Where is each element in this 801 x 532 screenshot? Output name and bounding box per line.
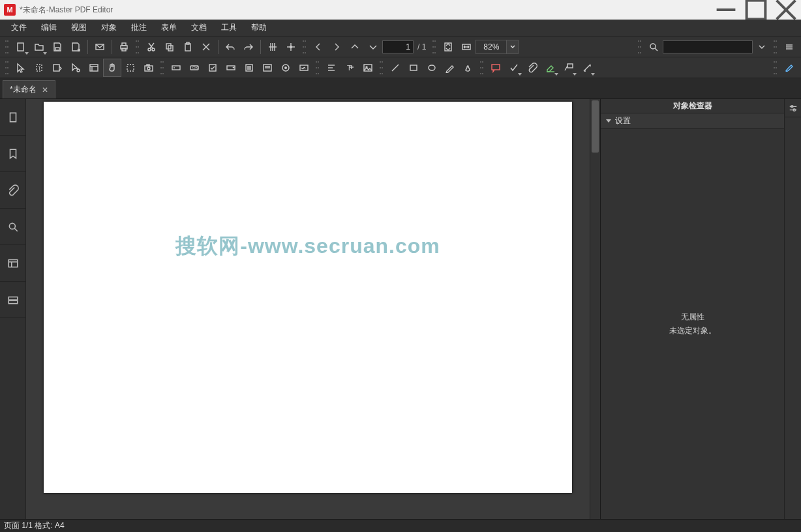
prev-page-button[interactable] xyxy=(309,38,327,56)
page-up-button[interactable] xyxy=(346,38,364,56)
comment-tool-button[interactable] xyxy=(487,59,505,77)
next-page-button[interactable] xyxy=(327,38,346,56)
hand-tool-button[interactable] xyxy=(103,59,121,77)
toolbar-grip[interactable] xyxy=(774,40,778,53)
highlight-tool-button[interactable] xyxy=(541,59,560,77)
insert-image-button[interactable] xyxy=(359,59,377,77)
select-tool-button[interactable] xyxy=(12,59,30,77)
ink-tool-button[interactable] xyxy=(459,59,477,77)
attach-tool-button[interactable] xyxy=(523,59,541,77)
menu-object[interactable]: 对象 xyxy=(94,20,124,35)
tab-close-icon[interactable]: ✕ xyxy=(42,85,48,95)
menu-help[interactable]: 帮助 xyxy=(244,20,274,35)
svg-rect-4 xyxy=(18,43,23,51)
grid-button[interactable] xyxy=(264,38,282,56)
undo-button[interactable] xyxy=(221,38,239,56)
document-tab[interactable]: *未命名 ✕ xyxy=(3,80,55,98)
save-as-button[interactable] xyxy=(67,38,85,56)
toolbar-grip[interactable] xyxy=(5,40,9,53)
search-panel-button[interactable] xyxy=(0,209,25,245)
page-down-button[interactable] xyxy=(364,38,382,56)
toolbar-grip[interactable] xyxy=(316,61,320,74)
menu-tools[interactable]: 工具 xyxy=(214,20,244,35)
toolbar-grip[interactable] xyxy=(432,40,436,53)
edit-object-button[interactable] xyxy=(67,59,85,77)
zoom-combo[interactable]: 82% xyxy=(476,40,519,54)
close-button[interactable] xyxy=(771,0,801,20)
chevron-down-icon xyxy=(606,119,611,123)
toolbar-grip[interactable] xyxy=(303,40,307,53)
menu-forms[interactable]: 表单 xyxy=(154,20,184,35)
checkbox-field-button[interactable] xyxy=(204,59,222,77)
text-select-button[interactable]: T xyxy=(30,59,48,77)
inspector-settings-icon[interactable] xyxy=(785,99,801,117)
brush-tool-button[interactable] xyxy=(780,59,798,77)
menu-edit[interactable]: 编辑 xyxy=(34,20,64,35)
align-button[interactable] xyxy=(322,59,340,77)
list-box-button[interactable] xyxy=(258,59,277,77)
combo-field-button[interactable] xyxy=(222,59,240,77)
layers-panel-button[interactable] xyxy=(0,245,25,282)
toolbar-grip[interactable] xyxy=(638,40,642,53)
maximize-button[interactable] xyxy=(741,0,771,20)
measure-tool-button[interactable] xyxy=(578,59,596,77)
vertical-scrollbar[interactable] xyxy=(590,99,600,519)
menu-file[interactable]: 文件 xyxy=(4,20,34,35)
search-input[interactable] xyxy=(663,40,753,53)
pdf-page[interactable]: 搜软网-www.secruan.com xyxy=(44,102,572,493)
toolbar-grip[interactable] xyxy=(480,61,484,74)
save-button[interactable] xyxy=(48,38,67,56)
form-edit-button[interactable] xyxy=(85,59,103,77)
menu-document[interactable]: 文档 xyxy=(184,20,214,35)
rect-tool-button[interactable] xyxy=(404,59,423,77)
svg-rect-65 xyxy=(364,65,372,71)
signature-field-button[interactable] xyxy=(295,59,313,77)
snap-button[interactable] xyxy=(282,38,300,56)
toolbar-grip[interactable] xyxy=(136,40,140,53)
search-icon[interactable] xyxy=(644,38,663,56)
list-field-button[interactable] xyxy=(240,59,258,77)
toolbar-grip[interactable] xyxy=(160,61,164,74)
search-dropdown-button[interactable] xyxy=(753,38,771,56)
cut-button[interactable] xyxy=(142,38,160,56)
page-total-label: / 1 xyxy=(414,42,430,52)
menu-lines-icon[interactable] xyxy=(780,38,798,56)
button-field-button[interactable]: OK xyxy=(185,59,204,77)
zoom-dropdown-icon[interactable] xyxy=(506,40,518,53)
marquee-tool-button[interactable] xyxy=(121,59,140,77)
redo-button[interactable] xyxy=(239,38,258,56)
open-file-button[interactable] xyxy=(30,38,48,56)
radio-field-button[interactable] xyxy=(277,59,295,77)
toolbar-grip[interactable] xyxy=(774,61,778,74)
fit-page-button[interactable] xyxy=(439,38,457,56)
page-number-input[interactable] xyxy=(382,40,414,53)
fields-panel-button[interactable] xyxy=(0,282,25,318)
scrollbar-thumb[interactable] xyxy=(592,100,599,153)
edit-text-button[interactable] xyxy=(48,59,67,77)
inspector-section-header[interactable]: 设置 xyxy=(601,113,784,129)
text-field-button[interactable] xyxy=(167,59,185,77)
checkmark-tool-button[interactable] xyxy=(505,59,523,77)
minimize-button[interactable] xyxy=(711,0,741,20)
toolbar-grip[interactable] xyxy=(5,61,9,74)
bookmarks-panel-button[interactable] xyxy=(0,136,25,172)
snapshot-button[interactable] xyxy=(140,59,158,77)
line-tool-button[interactable] xyxy=(386,59,404,77)
menu-annotate[interactable]: 批注 xyxy=(124,20,154,35)
insert-text-button[interactable]: T xyxy=(340,59,359,77)
ellipse-tool-button[interactable] xyxy=(423,59,441,77)
new-file-button[interactable] xyxy=(12,38,30,56)
fit-width-button[interactable] xyxy=(457,38,476,56)
document-scroll-area[interactable]: 搜软网-www.secruan.com xyxy=(26,99,590,519)
paste-button[interactable] xyxy=(179,38,197,56)
attachments-panel-button[interactable] xyxy=(0,172,25,209)
toolbar-grip[interactable] xyxy=(380,61,384,74)
callout-tool-button[interactable] xyxy=(560,59,578,77)
menu-view[interactable]: 视图 xyxy=(64,20,94,35)
copy-button[interactable] xyxy=(160,38,179,56)
pages-panel-button[interactable] xyxy=(0,99,25,136)
email-button[interactable] xyxy=(91,38,109,56)
pencil-tool-button[interactable] xyxy=(441,59,459,77)
delete-button[interactable] xyxy=(197,38,215,56)
print-button[interactable] xyxy=(115,38,133,56)
